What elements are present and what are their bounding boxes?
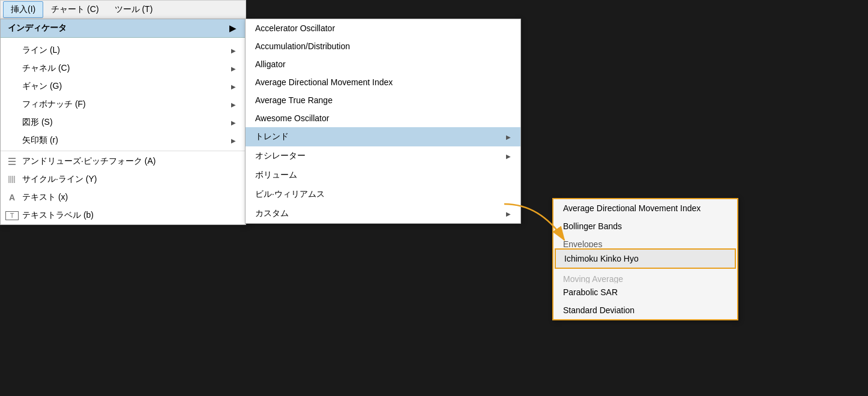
trend-parabolic[interactable]: Parabolic SAR [553, 283, 737, 301]
menu-item-line[interactable]: ライン (L) ▶ [1, 41, 246, 59]
insert-dropdown: インディケータ ▶ ライン (L) ▶ チャネル (C) ▶ ギャン (G) ▶… [0, 19, 246, 225]
curved-arrow [492, 192, 612, 264]
menu-item-textlabel[interactable]: T テキストラベル (b) [1, 206, 246, 224]
menu-item-andrews[interactable]: アンドリューズ·ピッチフォーク (A) [1, 152, 246, 170]
ind-custom[interactable]: カスタム ▶ [246, 204, 520, 223]
trend-arrow-icon: ▶ [506, 134, 511, 140]
menu-item-shapes[interactable]: 図形 (S) ▶ [1, 113, 246, 131]
ind-accelerator[interactable]: Accelerator Oscillator [246, 19, 520, 37]
menubar-chart[interactable]: チャート (C) [43, 1, 106, 18]
ind-alligator[interactable]: Alligator [246, 55, 520, 73]
textlabel-icon: T [5, 211, 19, 220]
ind-admi[interactable]: Average Directional Movement Index [246, 73, 520, 91]
menu-item-gann[interactable]: ギャン (G) ▶ [1, 77, 246, 95]
trend-stddev[interactable]: Standard Deviation [553, 301, 737, 319]
ind-atr[interactable]: Average True Range [246, 91, 520, 109]
menu-item-text[interactable]: A テキスト (x) [1, 188, 246, 206]
menubar-insert[interactable]: 挿入(I) [3, 1, 43, 18]
separator-1 [1, 151, 246, 151]
menubar: 挿入(I) チャート (C) ツール (T) [0, 0, 246, 19]
menu-item-cycle[interactable]: サイクル·ライン (Y) [1, 170, 246, 188]
ind-volume[interactable]: ボリューム [246, 166, 520, 185]
text-a-icon: A [5, 193, 19, 202]
andrews-icon [5, 157, 19, 166]
menu-item-fibonacci[interactable]: フィボナッチ (F) ▶ [1, 95, 246, 113]
ind-accumulation[interactable]: Accumulation/Distribution [246, 37, 520, 55]
menu-item-channel[interactable]: チャネル (C) ▶ [1, 59, 246, 77]
ind-awesome[interactable]: Awesome Oscillator [246, 109, 520, 127]
trend-moving-avg[interactable]: Moving Average [553, 270, 737, 283]
cycle-icon [5, 175, 19, 184]
oscillator-arrow-icon: ▶ [506, 153, 511, 160]
ind-trend[interactable]: トレンド ▶ [246, 127, 520, 146]
menu-item-arrows[interactable]: 矢印類 (r) ▶ [1, 131, 246, 149]
menu-item-indicator[interactable]: インディケータ ▶ [1, 19, 246, 38]
ind-oscillator[interactable]: オシレーター ▶ [246, 146, 520, 166]
indicator-dropdown: Accelerator Oscillator Accumulation/Dist… [245, 19, 521, 224]
menubar-tools[interactable]: ツール (T) [107, 1, 161, 18]
indicator-arrow: ▶ [229, 23, 236, 33]
ind-williams[interactable]: ビル·ウィリアムス [246, 185, 520, 204]
